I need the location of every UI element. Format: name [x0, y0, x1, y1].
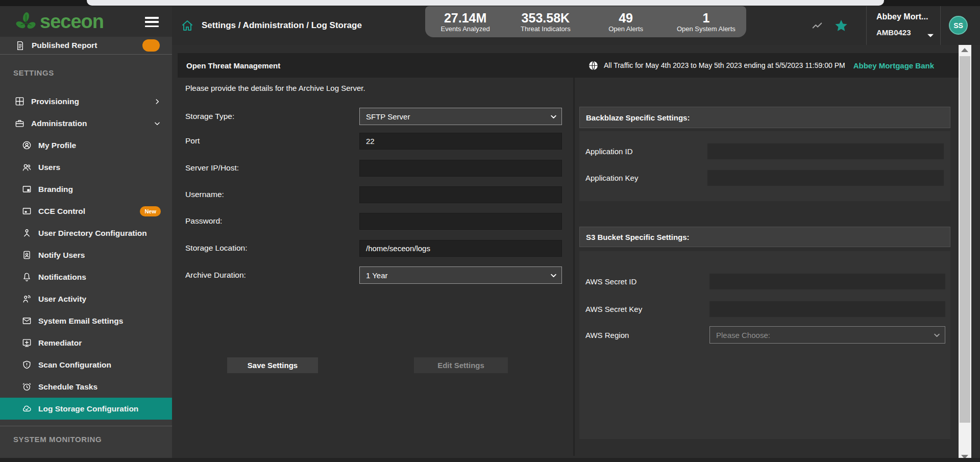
branding-icon — [22, 184, 32, 194]
port-input[interactable] — [359, 133, 562, 150]
archive-duration-select[interactable]: 1 Year — [359, 266, 562, 284]
briefcase-icon — [15, 118, 24, 128]
stats-panel: 27.14M Events Analyzed 353.58K Threat In… — [425, 6, 746, 37]
field-label: Archive Duration: — [185, 271, 359, 280]
application-key-input[interactable] — [707, 170, 944, 186]
field-label: AWS Region — [585, 331, 709, 339]
cce-control-icon — [22, 206, 32, 216]
sidebar-item-label: Users — [38, 163, 60, 172]
avatar[interactable]: SS — [949, 16, 968, 35]
sidebar-item-notify-users[interactable]: Notify Users — [0, 244, 172, 266]
sidebar-item-label: Notify Users — [38, 251, 85, 260]
user-menu[interactable]: Abbey Mort... AMB0423 — [876, 6, 939, 45]
trend-icon[interactable] — [811, 20, 824, 33]
sidebar-item-user-activity[interactable]: User Activity — [0, 288, 172, 310]
form-hint: Please provide the details for the Archi… — [185, 84, 365, 92]
sidebar-item-label: CCE Control — [38, 207, 85, 216]
scroll-up-arrow[interactable] — [961, 48, 968, 52]
star-icon[interactable] — [834, 18, 848, 35]
tenant-link[interactable]: Abbey Mortgage Bank — [853, 61, 934, 70]
sidebar-item-label: Scan Configuration — [38, 360, 111, 370]
header-divider — [866, 6, 867, 45]
password-input[interactable] — [359, 213, 562, 230]
s3-settings-panel: AWS Secret ID AWS Secret Key AWS Region … — [579, 251, 950, 439]
published-report-badge — [142, 39, 160, 52]
sidebar-item-user-directory-configuration[interactable]: User Directory Configuration — [0, 222, 172, 244]
selected-value: SFTP Server — [366, 112, 410, 121]
sidebar-item-scan-configuration[interactable]: Scan Configuration — [0, 354, 172, 376]
open-threat-management-bar: Open Threat Management All Traffic for M… — [178, 53, 959, 78]
username-input[interactable] — [359, 186, 562, 203]
form-row-aws-secret-id: AWS Secret ID — [585, 274, 945, 289]
stat-threat-indicators: 353.58K Threat Indicators — [505, 6, 585, 37]
sidebar-item-notifications[interactable]: Notifications — [0, 266, 172, 288]
storage-type-select[interactable]: SFTP Server — [359, 108, 562, 125]
sidebar-item-cce-control[interactable]: CCE Control New — [0, 200, 172, 222]
form-row-application-id: Application ID — [585, 143, 944, 159]
server-ip-input[interactable] — [359, 160, 562, 177]
caret-down-icon[interactable] — [926, 32, 935, 41]
document-icon — [15, 41, 25, 51]
traffic-summary: All Traffic for May 4th 2023 to May 5th … — [588, 60, 934, 71]
sidebar-item-branding[interactable]: Branding — [0, 178, 172, 200]
field-label: Password: — [185, 216, 359, 226]
sidebar-item-log-storage-configuration[interactable]: Log Storage Configuration — [0, 398, 172, 420]
sidebar-section-settings: SETTINGS — [0, 55, 172, 90]
stat-label: Events Analyzed — [441, 25, 490, 33]
field-label: Username: — [185, 190, 359, 199]
s3-settings-header: S3 Bucket Specific Settings: — [579, 227, 950, 247]
selected-value: 1 Year — [366, 271, 388, 280]
logo-text: seceon — [40, 11, 104, 33]
sidebar-item-my-profile[interactable]: My Profile — [0, 134, 172, 156]
main-content: Open Threat Management All Traffic for M… — [172, 45, 959, 462]
aws-secret-id-input[interactable] — [709, 274, 945, 289]
hamburger-menu-button[interactable] — [145, 17, 159, 27]
vertical-scrollbar[interactable] — [959, 45, 971, 462]
chevron-down-icon — [933, 331, 941, 339]
cloud-check-icon — [22, 404, 32, 414]
sidebar-item-published-report[interactable]: Published Report — [0, 37, 172, 54]
sidebar-item-administration[interactable]: Administration — [0, 112, 172, 134]
chevron-down-icon — [550, 113, 557, 120]
sidebar-item-label: Remediator — [38, 338, 82, 348]
application-id-input[interactable] — [707, 143, 944, 159]
field-label: AWS Secret ID — [585, 277, 709, 286]
form-row-server-ip: Server IP/Host: — [185, 159, 562, 177]
storage-location-input[interactable] — [359, 240, 562, 257]
email-icon — [22, 316, 32, 326]
stat-label: Open System Alerts — [677, 25, 736, 33]
sidebar-item-label: Provisioning — [31, 97, 79, 106]
sidebar-item-system-email-settings[interactable]: System Email Settings — [0, 310, 172, 332]
sidebar-item-schedule-tasks[interactable]: Schedule Tasks — [0, 376, 172, 398]
aws-region-select[interactable]: Please Choose: — [709, 326, 945, 344]
stat-value: 1 — [702, 11, 709, 25]
remediator-icon — [22, 338, 32, 348]
backblaze-settings-panel: Application ID Application Key — [579, 131, 950, 201]
sidebar-section-system-monitoring: SYSTEM MONITORING — [0, 426, 172, 452]
breadcrumb-text: Settings / Administration / Log Storage — [202, 20, 362, 31]
home-icon — [181, 19, 193, 32]
user-activity-icon — [22, 294, 32, 304]
sidebar-item-provisioning[interactable]: Provisioning — [0, 90, 172, 112]
new-badge: New — [140, 206, 161, 216]
stat-open-system-alerts: 1 Open System Alerts — [666, 6, 746, 37]
sidebar-item-users[interactable]: Users — [0, 156, 172, 178]
stat-label: Threat Indicators — [521, 25, 571, 33]
field-label: Server IP/Host: — [185, 163, 359, 173]
sidebar-item-remediator[interactable]: Remediator — [0, 332, 172, 354]
top-header: Settings / Administration / Log Storage … — [172, 6, 980, 45]
column-divider — [573, 78, 575, 456]
alarm-clock-icon — [22, 382, 32, 392]
sidebar-item-label: My Profile — [38, 141, 76, 150]
sidebar-item-label: Published Report — [32, 41, 97, 50]
form-row-password: Password: — [185, 212, 562, 230]
sidebar-item-label: System Email Settings — [38, 317, 123, 326]
aws-secret-key-input[interactable] — [709, 301, 945, 317]
breadcrumb[interactable]: Settings / Administration / Log Storage — [181, 6, 362, 45]
form-row-port: Port — [185, 132, 562, 150]
sidebar: seceon Published Report SETTINGS Provisi… — [0, 6, 172, 462]
page-title: Open Threat Management — [186, 61, 280, 70]
scrollbar-thumb[interactable] — [960, 56, 970, 423]
stat-label: Open Alerts — [608, 25, 643, 33]
save-settings-button[interactable]: Save Settings — [227, 357, 318, 373]
